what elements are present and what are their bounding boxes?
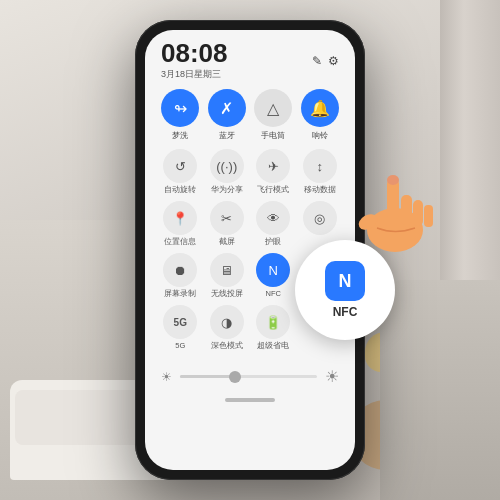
nfc-label: NFC [333, 305, 358, 319]
toggle-location[interactable]: 📍 位置信息 [163, 201, 197, 247]
middle-finger [401, 195, 412, 225]
nfc-overlay[interactable]: N NFC [295, 240, 395, 340]
time-date-block: 08:08 3月18日星期三 [161, 40, 228, 81]
toggle-bluetooth[interactable]: ✗ 蓝牙 [208, 89, 246, 141]
fingertip [387, 175, 399, 185]
record-label: 屏幕录制 [164, 289, 196, 299]
brightness-thumb[interactable] [229, 371, 241, 383]
location-label: 位置信息 [164, 237, 196, 247]
toggle-rotate[interactable]: ↺ 自动旋转 [163, 149, 197, 195]
hand-svg [330, 140, 450, 260]
screenshot-icon: ✂ [221, 211, 232, 226]
location-icon: 📍 [172, 211, 188, 226]
flashlight-button[interactable]: △ [254, 89, 292, 127]
save-icon: 🔋 [265, 315, 281, 330]
bluetooth-button[interactable]: ✗ [208, 89, 246, 127]
toggle-eye-comfort[interactable]: 👁 护眼 [256, 201, 290, 247]
share-label: 华为分享 [211, 185, 243, 195]
clock-display: 08:08 [161, 40, 228, 66]
flashlight-label: 手电筒 [261, 130, 285, 141]
project-icon: 🖥 [220, 263, 233, 278]
primary-toggle-row: ↬ 梦洗 ✗ 蓝牙 △ 手电筒 [157, 89, 343, 141]
home-indicator[interactable] [225, 398, 275, 402]
5g-label: 5G [175, 341, 185, 350]
airplane-icon: ✈ [268, 159, 279, 174]
dark-mode-icon: ◑ [221, 315, 232, 330]
hand-cursor [330, 140, 450, 260]
dark-mode-label: 深色模式 [211, 341, 243, 351]
toggle-huawei-share[interactable]: ((·)) 华为分享 [210, 149, 244, 195]
lamp-decoration [365, 332, 405, 402]
toggle-airplane[interactable]: ✈ 飞行模式 [256, 149, 290, 195]
bluetooth-label: 蓝牙 [219, 130, 235, 141]
airplane-label: 飞行模式 [257, 185, 289, 195]
brightness-row: ☀ ☀ [145, 361, 355, 392]
toggle-screenshot[interactable]: ✂ 截屏 [210, 201, 244, 247]
brightness-min-icon: ☀ [161, 370, 172, 384]
status-bar: 08:08 3月18日星期三 ✎ ⚙ [145, 30, 355, 85]
toggle-ringtone[interactable]: 🔔 响铃 [301, 89, 339, 141]
rotate-icon: ↺ [175, 159, 186, 174]
nfc-small-icon: N [269, 263, 278, 278]
share-icon: ((·)) [216, 159, 237, 174]
flashlight-icon: △ [267, 99, 279, 118]
record-icon: ⏺ [174, 263, 187, 278]
phone-container: 08:08 3月18日星期三 ✎ ⚙ ↬ 梦洗 [135, 20, 365, 480]
screenshot-label: 截屏 [219, 237, 235, 247]
save-label: 超级省电 [257, 341, 289, 351]
nfc-letter: N [339, 271, 352, 292]
toggle-ultra-save[interactable]: 🔋 超级省电 [256, 305, 290, 351]
toggle-flashlight[interactable]: △ 手电筒 [254, 89, 292, 141]
ringtone-label: 响铃 [312, 130, 328, 141]
eye-icon: 👁 [267, 211, 280, 226]
date-display: 3月18日星期三 [161, 68, 228, 81]
lamp-base [383, 372, 387, 402]
ringtone-button[interactable]: 🔔 [301, 89, 339, 127]
bluetooth-icon: ✗ [220, 99, 233, 118]
wifi-icon: ↬ [174, 99, 187, 118]
bell-icon: 🔔 [310, 99, 330, 118]
toggle-wireless-project[interactable]: 🖥 无线投屏 [210, 253, 244, 299]
brightness-max-icon: ☀ [325, 367, 339, 386]
wifi-label: 梦洗 [172, 130, 188, 141]
data-icon: ↕ [317, 159, 324, 174]
brightness-fill [180, 375, 235, 378]
toggle-nfc-small[interactable]: N NFC [256, 253, 290, 299]
toggle-screen-record[interactable]: ⏺ 屏幕录制 [163, 253, 197, 299]
status-icons: ✎ ⚙ [312, 54, 339, 68]
toggle-wifi[interactable]: ↬ 梦洗 [161, 89, 199, 141]
phone-shell: 08:08 3月18日星期三 ✎ ⚙ ↬ 梦洗 [135, 20, 365, 480]
eye-label: 护眼 [265, 237, 281, 247]
rotate-label: 自动旋转 [164, 185, 196, 195]
settings-icon[interactable]: ⚙ [328, 54, 339, 68]
pinky-finger [424, 205, 433, 227]
edit-icon[interactable]: ✎ [312, 54, 322, 68]
toggle-dark-mode[interactable]: ◑ 深色模式 [210, 305, 244, 351]
toggle-5g[interactable]: 5G 5G [163, 305, 197, 351]
5g-icon: 5G [174, 317, 187, 328]
project-label: 无线投屏 [211, 289, 243, 299]
secondary-row-1: ↺ 自动旋转 ((·)) 华为分享 ✈ 飞行模式 ↕ 移动数据 [157, 149, 343, 195]
ring-finger [413, 200, 423, 226]
wifi-button[interactable]: ↬ [161, 89, 199, 127]
home-bar [145, 392, 355, 406]
unknown-icon: ◎ [314, 211, 325, 226]
brightness-track[interactable] [180, 375, 317, 378]
nfc-small-label: NFC [266, 289, 281, 298]
nfc-icon: N [325, 261, 365, 301]
